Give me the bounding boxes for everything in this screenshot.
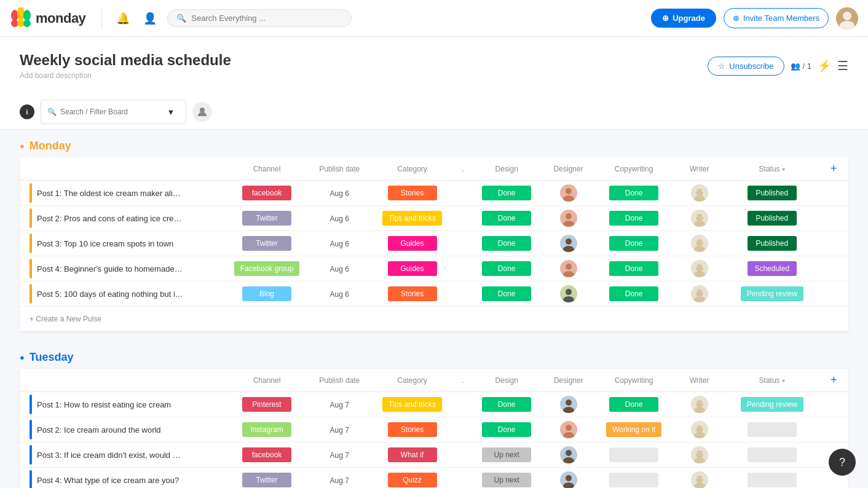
row-channel-cell[interactable]: Twitter [223,231,310,256]
user-avatar[interactable] [836,7,858,30]
row-name-cell[interactable]: Post 4: Beginner's guide to homemade ic.… [20,256,223,281]
col-header-channel[interactable]: Channel [223,157,310,181]
col-header-design[interactable]: Design [470,369,543,392]
row-category-cell[interactable]: Stories [369,417,456,443]
menu-button[interactable]: ☰ [837,58,848,73]
col-header-designer[interactable]: Designer [543,157,594,181]
row-designer-cell[interactable] [543,256,594,281]
col-header-status[interactable]: Status ▾ [725,157,819,181]
row-design-cell[interactable]: Done [470,281,543,307]
row-name-cell[interactable]: Post 3: Top 10 ice cream spots in town [20,231,223,256]
filter-search-bar[interactable]: 🔍 ▼ [41,100,186,124]
row-writer-cell[interactable] [674,206,725,231]
row-writer-cell[interactable] [674,417,725,443]
row-date-cell[interactable]: Aug 6 [310,231,369,256]
row-name-cell[interactable]: Post 2: Ice cream around the world [20,417,223,443]
row-channel-cell[interactable]: Twitter [223,206,310,231]
row-copywriting-cell[interactable]: Done [594,281,674,307]
people-icon[interactable]: 👤 [140,9,160,28]
row-category-cell[interactable]: Tips and tricks [369,392,456,417]
notifications-icon[interactable]: 🔔 [113,9,133,28]
row-date-cell[interactable]: Aug 6 [310,281,369,307]
row-channel-cell[interactable]: Twitter [223,468,310,489]
table-row[interactable]: Post 1: How to resist eating ice cream P… [20,392,848,417]
table-row[interactable]: Post 1: The oldest ice cream maker alive… [20,181,848,206]
row-designer-cell[interactable] [543,392,594,417]
row-category-cell[interactable]: What if [369,443,456,468]
row-channel-cell[interactable]: facebook [223,443,310,468]
row-writer-cell[interactable] [674,281,725,307]
row-design-cell[interactable]: Up next [470,443,543,468]
table-row[interactable]: Post 3: If ice cream didn't exist, would… [20,443,848,468]
row-date-cell[interactable]: Aug 7 [310,392,369,417]
help-button[interactable]: ? [829,449,856,476]
row-design-cell[interactable]: Done [470,231,543,256]
row-designer-cell[interactable] [543,417,594,443]
row-status-cell[interactable]: Published [725,181,819,206]
row-design-cell[interactable]: Done [470,417,543,443]
table-row[interactable]: Post 5: 100 days of eating nothing but i… [20,281,848,307]
row-status-cell[interactable]: Published [725,231,819,256]
row-copywriting-cell[interactable] [594,468,674,489]
row-designer-cell[interactable] [543,231,594,256]
col-header-date[interactable]: Publish date [310,369,369,392]
row-designer-cell[interactable] [543,281,594,307]
col-header-design[interactable]: Design [470,157,543,181]
row-date-cell[interactable]: Aug 7 [310,468,369,489]
members-button[interactable]: 👥 / 1 [791,61,811,71]
row-design-cell[interactable]: Up next [470,468,543,489]
row-design-cell[interactable]: Done [470,206,543,231]
row-designer-cell[interactable] [543,443,594,468]
row-status-cell[interactable] [725,417,819,443]
row-writer-cell[interactable] [674,468,725,489]
row-status-cell[interactable] [725,468,819,489]
row-date-cell[interactable]: Aug 6 [310,181,369,206]
person-filter-button[interactable] [192,102,212,122]
row-name-cell[interactable]: Post 1: The oldest ice cream maker alive… [20,181,223,206]
row-copywriting-cell[interactable]: Done [594,181,674,206]
row-date-cell[interactable]: Aug 6 [310,206,369,231]
row-copywriting-cell[interactable] [594,443,674,468]
col-header-category[interactable]: Category [369,369,456,392]
row-date-cell[interactable]: Aug 7 [310,417,369,443]
col-header-category[interactable]: Category [369,157,456,181]
row-writer-cell[interactable] [674,443,725,468]
logo[interactable]: monday [10,7,85,30]
col-header-designer[interactable]: Designer [543,369,594,392]
row-category-cell[interactable]: Guides [369,256,456,281]
board-description[interactable]: Add board description [20,71,231,80]
col-header-channel[interactable]: Channel [223,369,310,392]
upgrade-button[interactable]: ⊕ Upgrade [651,9,716,28]
row-writer-cell[interactable] [674,181,725,206]
col-header-writer[interactable]: Writer [674,369,725,392]
group-toggle-monday[interactable]: ● [20,141,25,151]
col-header-writer[interactable]: Writer [674,157,725,181]
create-pulse-row[interactable]: + Create a New Pulse [20,307,848,331]
row-status-cell[interactable]: Pending review [725,392,819,417]
row-category-cell[interactable]: Stories [369,281,456,307]
row-designer-cell[interactable] [543,181,594,206]
col-header-add[interactable]: + [819,369,848,392]
row-channel-cell[interactable]: Pinterest [223,392,310,417]
row-copywriting-cell[interactable]: Done [594,392,674,417]
row-category-cell[interactable]: Guides [369,231,456,256]
row-writer-cell[interactable] [674,392,725,417]
col-header-copywriting[interactable]: Copywriting [594,157,674,181]
row-name-cell[interactable]: Post 1: How to resist eating ice cream [20,392,223,417]
filter-dropdown[interactable]: ▼ [162,103,180,120]
global-search-bar[interactable]: 🔍 [167,9,352,27]
row-writer-cell[interactable] [674,231,725,256]
row-designer-cell[interactable] [543,206,594,231]
table-row[interactable]: Post 3: Top 10 ice cream spots in town T… [20,231,848,256]
activity-button[interactable]: ⚡ [818,59,831,73]
row-date-cell[interactable]: Aug 7 [310,443,369,468]
row-status-cell[interactable]: Scheduled [725,256,819,281]
row-design-cell[interactable]: Done [470,181,543,206]
table-row[interactable]: Post 4: Beginner's guide to homemade ic.… [20,256,848,281]
row-writer-cell[interactable] [674,256,725,281]
table-row[interactable]: Post 4: What type of ice cream are you? … [20,468,848,489]
row-status-cell[interactable]: Pending review [725,281,819,307]
col-header-add[interactable]: + [819,157,848,181]
row-category-cell[interactable]: Tips and tricks [369,206,456,231]
create-pulse-label[interactable]: + Create a New Pulse [20,307,848,331]
